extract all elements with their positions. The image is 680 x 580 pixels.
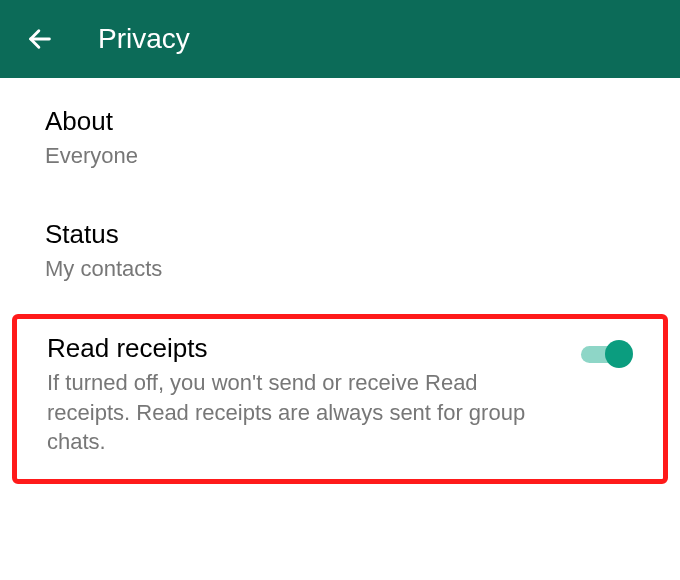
read-receipts-text: Read receipts If turned off, you won't s… [47, 333, 581, 457]
page-title: Privacy [98, 23, 190, 55]
app-header: Privacy [0, 0, 680, 78]
setting-about-title: About [45, 106, 635, 137]
read-receipts-toggle[interactable] [581, 339, 633, 369]
setting-about-value: Everyone [45, 143, 635, 169]
setting-status-title: Status [45, 219, 635, 250]
back-arrow-icon[interactable] [20, 19, 60, 59]
setting-read-receipts[interactable]: Read receipts If turned off, you won't s… [47, 333, 633, 457]
settings-list: About Everyone Status My contacts Read r… [0, 78, 680, 484]
read-receipts-title: Read receipts [47, 333, 561, 364]
toggle-thumb [605, 340, 633, 368]
highlight-annotation: Read receipts If turned off, you won't s… [12, 314, 668, 484]
read-receipts-description: If turned off, you won't send or receive… [47, 368, 561, 457]
setting-status-value: My contacts [45, 256, 635, 282]
setting-about[interactable]: About Everyone [0, 78, 680, 191]
setting-status[interactable]: Status My contacts [0, 191, 680, 304]
